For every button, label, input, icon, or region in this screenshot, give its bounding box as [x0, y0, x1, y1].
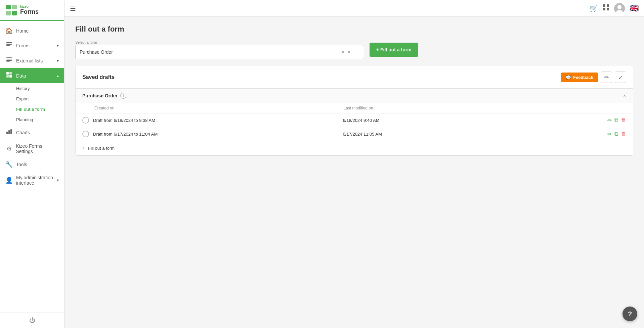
svg-rect-7 — [6, 57, 12, 58]
svg-rect-21 — [607, 8, 609, 10]
charts-icon — [5, 128, 13, 137]
chevron-up-icon: ▴ — [57, 74, 59, 78]
form-select-container: Select a form Purchase Order ✕ ▾ — [75, 40, 364, 59]
avatar[interactable] — [614, 3, 625, 14]
sidebar-item-forms[interactable]: Forms ▾ — [0, 38, 64, 53]
po-title-text: Purchase Order — [82, 93, 118, 98]
draft-row: Draft from 6/18/2024 to 9:38 AM 6/18/202… — [76, 113, 633, 127]
select-icons: ✕ ▾ — [341, 49, 350, 55]
language-flag[interactable]: 🇬🇧 — [630, 4, 639, 13]
sidebar-sub-fill-out-form[interactable]: Fill out a form — [0, 104, 64, 114]
sidebar-item-kizeo-settings[interactable]: ⚙ Kizeo Forms Settings — [0, 140, 64, 157]
main-area: ☰ 🛒 🇬🇧 Fill out a form Select a form Pur… — [65, 0, 644, 328]
sidebar-item-label: Tools — [16, 162, 27, 167]
draft-modified-1: 6/18/2024 9:40 AM — [343, 118, 589, 123]
content-area: Fill out a form Select a form Purchase O… — [65, 17, 644, 328]
delete-draft-1-icon[interactable]: 🗑 — [621, 117, 626, 123]
logo: kizeo Forms — [0, 0, 64, 21]
copy-draft-2-icon[interactable]: ⧉ — [614, 131, 618, 137]
sidebar-bottom: ⏻ — [0, 313, 64, 328]
drafts-header: Saved drafts 💬 Feedback ✏ ⤢ — [76, 66, 633, 89]
info-icon[interactable]: i — [120, 93, 126, 99]
chevron-down-icon: ▾ — [57, 178, 59, 183]
draft-table-header: Created on : Last modified on : — [76, 103, 633, 113]
home-icon: 🏠 — [5, 27, 13, 35]
admin-icon: 👤 — [5, 177, 13, 184]
svg-rect-17 — [10, 129, 12, 134]
svg-rect-16 — [8, 130, 10, 134]
draft-row-actions-2: ✏ ⧉ 🗑 — [593, 131, 626, 137]
add-fill-label: Fill out a form — [88, 146, 115, 151]
sidebar-item-data[interactable]: Data ▴ — [0, 68, 64, 83]
svg-rect-18 — [603, 4, 605, 7]
svg-rect-11 — [6, 72, 9, 75]
draft-radio-1[interactable] — [82, 117, 89, 124]
forms-icon — [5, 41, 13, 50]
add-fill-out-row[interactable]: + Fill out a form — [76, 141, 633, 155]
svg-rect-4 — [6, 42, 12, 43]
sidebar: kizeo Forms 🏠 Home Forms ▾ External list… — [0, 0, 65, 328]
sidebar-item-label: Forms — [16, 43, 30, 48]
sidebar-sub-planning[interactable]: Planning — [0, 114, 64, 125]
fill-out-button[interactable]: + Fill out a form — [370, 43, 418, 57]
feedback-icon: 💬 — [566, 75, 571, 80]
col-modified-header: Last modified on : — [344, 106, 593, 110]
draft-row-actions-1: ✏ ⧉ 🗑 — [593, 117, 626, 124]
resize-button[interactable]: ⤢ — [615, 72, 626, 83]
sidebar-item-admin[interactable]: 👤 My administration interface ▾ — [0, 172, 64, 189]
po-header: Purchase Order i ∧ — [76, 89, 633, 103]
edit-draft-2-icon[interactable]: ✏ — [607, 131, 612, 137]
svg-rect-1 — [12, 5, 17, 9]
feedback-button[interactable]: 💬 Feedback — [561, 73, 598, 82]
help-button[interactable]: ? — [622, 307, 637, 321]
sidebar-item-tools[interactable]: 🔧 Tools — [0, 157, 64, 172]
sidebar-item-label: External lists — [16, 58, 43, 63]
clear-icon[interactable]: ✕ — [341, 49, 345, 55]
svg-rect-3 — [12, 11, 17, 15]
sidebar-item-home[interactable]: 🏠 Home — [0, 24, 64, 38]
sidebar-sub-export[interactable]: Export — [0, 94, 64, 104]
svg-rect-0 — [6, 5, 11, 9]
svg-rect-5 — [6, 44, 12, 45]
chevron-down-icon: ▾ — [57, 43, 59, 48]
col-actions-header — [593, 106, 626, 110]
logo-kizeo: kizeo — [20, 5, 39, 8]
draft-radio-2[interactable] — [82, 131, 89, 137]
svg-rect-14 — [9, 75, 12, 78]
copy-draft-1-icon[interactable]: ⧉ — [614, 117, 618, 123]
svg-rect-6 — [6, 45, 10, 46]
sidebar-nav: 🏠 Home Forms ▾ External lists ▾ Data ▴ — [0, 21, 64, 313]
hamburger-icon[interactable]: ☰ — [70, 4, 76, 12]
drafts-title: Saved drafts — [82, 74, 115, 80]
pencil-button[interactable]: ✏ — [601, 72, 612, 83]
dropdown-icon[interactable]: ▾ — [348, 49, 350, 55]
sidebar-item-external-lists[interactable]: External lists ▾ — [0, 53, 64, 68]
draft-created-2: Draft from 6/17/2024 to 11:04 AM — [93, 132, 339, 137]
collapse-icon[interactable]: ∧ — [623, 93, 626, 98]
svg-rect-10 — [6, 61, 10, 62]
drafts-card: Saved drafts 💬 Feedback ✏ ⤢ — [75, 66, 633, 156]
svg-rect-9 — [6, 60, 12, 61]
svg-rect-13 — [6, 75, 9, 78]
sidebar-sub-history[interactable]: History — [0, 83, 64, 94]
topbar: ☰ 🛒 🇬🇧 — [65, 0, 644, 17]
cart-icon[interactable]: 🛒 — [590, 4, 598, 12]
form-select-area: Select a form Purchase Order ✕ ▾ + Fill … — [75, 40, 633, 59]
sidebar-item-charts[interactable]: Charts — [0, 125, 64, 140]
external-lists-icon — [5, 56, 13, 65]
delete-draft-2-icon[interactable]: 🗑 — [621, 131, 626, 137]
chevron-down-icon: ▾ — [57, 58, 59, 63]
draft-row: Draft from 6/17/2024 to 11:04 AM 6/17/20… — [76, 127, 633, 141]
grid-icon[interactable] — [603, 4, 609, 12]
svg-rect-12 — [9, 72, 12, 75]
power-icon[interactable]: ⏻ — [29, 317, 35, 324]
svg-rect-19 — [607, 4, 609, 7]
resize-icon: ⤢ — [618, 74, 623, 81]
svg-rect-2 — [6, 11, 11, 15]
selected-form-value: Purchase Order — [80, 49, 113, 55]
logo-forms: Forms — [20, 8, 39, 15]
drafts-actions: 💬 Feedback ✏ ⤢ — [561, 72, 626, 83]
svg-rect-20 — [603, 8, 605, 10]
form-select-box[interactable]: Purchase Order ✕ ▾ — [75, 45, 364, 59]
edit-draft-1-icon[interactable]: ✏ — [607, 117, 612, 124]
